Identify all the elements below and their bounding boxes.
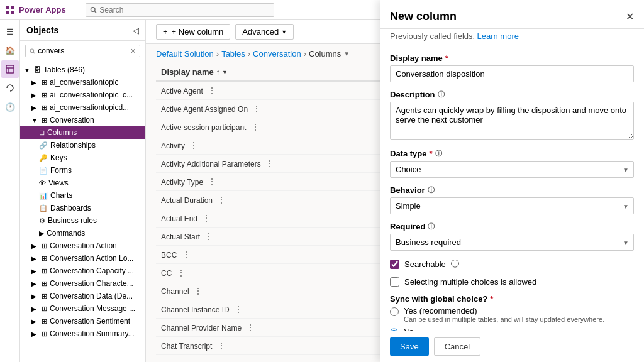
multiple-choices-label[interactable]: Selecting multiple choices is allowed <box>404 277 536 287</box>
svg-point-9 <box>30 49 33 52</box>
row-more-button[interactable]: ⋮ <box>214 341 228 351</box>
behavior-info-icon[interactable]: ⓘ <box>428 185 435 195</box>
sidebar-item-ai-convtopic[interactable]: ▶ ⊞ ai_conversationtopic <box>20 76 145 89</box>
sidebar-item-charts[interactable]: 📊 Charts <box>20 189 145 202</box>
sidebar-item-conv-action-lo[interactable]: ▶ ⊞ Conversation Action Lo... <box>20 252 145 265</box>
search-input[interactable] <box>99 6 270 14</box>
required-info-icon[interactable]: ⓘ <box>428 222 435 231</box>
required-select[interactable]: Optional Business recommended Business r… <box>390 234 634 251</box>
sidebar-item-ai-convtopic-c[interactable]: ▶ ⊞ ai_conversationtopic_c... <box>20 89 145 101</box>
sidebar-item-dashboards[interactable]: 📋 Dashboards <box>20 202 145 214</box>
sidebar-item-conversation[interactable]: ▼ ⊞ Conversation <box>20 114 145 126</box>
sidebar-item-conv-action[interactable]: ▶ ⊞ Conversation Action <box>20 239 145 252</box>
panel-body: Display name * Description ⓘ Agents can … <box>380 46 644 331</box>
sidebar-item-conv-summary[interactable]: ▶ ⊞ Conversation Summary... <box>20 327 145 340</box>
sync-yes-radio[interactable] <box>390 307 399 316</box>
table-icon: ⊞ <box>42 79 47 87</box>
yes-label[interactable]: Yes (recommended) <box>404 306 604 315</box>
searchable-label[interactable]: Searchable <box>404 260 446 269</box>
commands-icon: ▶ <box>39 229 44 238</box>
forms-icon: 📄 <box>39 167 48 175</box>
menu-toggle[interactable]: ☰ <box>1 23 19 40</box>
sidebar-label: Conversation Action <box>50 241 117 250</box>
breadcrumb-tables[interactable]: Tables <box>221 49 245 58</box>
behavior-select[interactable]: Simple Calculated Rollup <box>390 197 634 214</box>
table-icon: ⊞ <box>42 305 47 313</box>
sidebar-item-conv-data[interactable]: ▶ ⊞ Conversation Data (De... <box>20 290 145 302</box>
row-more-button[interactable]: ⋮ <box>199 213 213 223</box>
cancel-button[interactable]: Cancel <box>434 337 480 356</box>
row-more-button[interactable]: ⋮ <box>214 195 228 205</box>
row-more-button[interactable]: ⋮ <box>263 158 277 168</box>
left-nav: ☰ 🏠 🕐 <box>0 20 20 362</box>
save-button[interactable]: Save <box>390 337 429 356</box>
sidebar-item-business-rules[interactable]: ⚙ Business rules <box>20 214 145 227</box>
home-nav[interactable]: 🏠 <box>1 41 19 59</box>
data-type-required-marker: * <box>430 149 433 158</box>
row-more-button[interactable]: ⋮ <box>174 268 188 278</box>
row-more-button[interactable]: ⋮ <box>187 140 201 150</box>
sidebar-label-columns: Columns <box>47 128 77 137</box>
yes-radio-content: Yes (recommended) Can be used in multipl… <box>404 306 604 323</box>
columns-icon: ⊟ <box>39 129 45 137</box>
sidebar-item-ai-convtopicd[interactable]: ▶ ⊞ ai_conversationtopicd... <box>20 101 145 114</box>
sidebar-search-icon <box>30 48 35 55</box>
sidebar-item-conv-sentiment[interactable]: ▶ ⊞ Conversation Sentiment <box>20 315 145 327</box>
breadcrumb-conversation[interactable]: Conversation <box>253 49 301 58</box>
sidebar-item-forms[interactable]: 📄 Forms <box>20 164 145 177</box>
learn-more-link[interactable]: Learn more <box>477 31 518 41</box>
breadcrumb-columns: Columns <box>309 49 341 58</box>
row-more-button[interactable]: ⋮ <box>191 286 205 296</box>
expand-icon: ▶ <box>31 293 39 300</box>
sidebar-label: ai_conversationtopic_c... <box>50 90 133 99</box>
sidebar-item-keys[interactable]: 🔑 Keys <box>20 151 145 164</box>
data-nav[interactable] <box>1 60 19 78</box>
row-more-button[interactable]: ⋮ <box>250 104 264 114</box>
panel-subtitle: Previously called fields. Learn more <box>380 29 644 46</box>
searchable-info-icon[interactable]: ⓘ <box>451 258 459 270</box>
sidebar-label: ai_conversationtopicd... <box>50 103 129 112</box>
sidebar-search-clear[interactable]: ✕ <box>130 47 136 55</box>
global-search[interactable] <box>86 3 274 17</box>
row-more-button[interactable]: ⋮ <box>205 85 219 96</box>
description-input[interactable]: Agents can quickly wrap by filling the d… <box>390 102 634 140</box>
logic-nav[interactable] <box>1 79 19 97</box>
sidebar-label-business-rules: Business rules <box>48 216 97 225</box>
display-name-input[interactable] <box>390 65 634 82</box>
sidebar-item-views[interactable]: 👁 Views <box>20 177 145 189</box>
sidebar-search[interactable]: ✕ <box>25 45 140 57</box>
sidebar-item-conv-message[interactable]: ▶ ⊞ Conversation Message ... <box>20 302 145 315</box>
panel-close-button[interactable]: ✕ <box>626 20 634 23</box>
searchable-checkbox[interactable] <box>390 260 399 269</box>
sidebar-collapse-button[interactable]: ◁ <box>133 26 139 35</box>
sync-global-field: Sync with global choice? * Yes (recommen… <box>390 294 634 331</box>
multiple-choices-checkbox[interactable] <box>390 277 399 287</box>
new-column-button[interactable]: + + New column <box>156 24 230 40</box>
sidebar-item-relationships[interactable]: 🔗 Relationships <box>20 139 145 151</box>
data-type-info-icon[interactable]: ⓘ <box>435 149 442 158</box>
sidebar-item-commands[interactable]: ▶ Commands <box>20 227 145 239</box>
breadcrumb-default-solution[interactable]: Default Solution <box>156 49 214 58</box>
history-nav[interactable]: 🕐 <box>1 98 19 116</box>
row-more-button[interactable]: ⋮ <box>231 304 245 314</box>
expand-icon: ▶ <box>31 104 39 111</box>
row-more-button[interactable]: ⋮ <box>205 177 219 187</box>
row-more-button[interactable]: ⋮ <box>248 122 262 132</box>
description-info-icon[interactable]: ⓘ <box>438 90 445 99</box>
sidebar-item-conv-character[interactable]: ▶ ⊞ Conversation Characte... <box>20 277 145 290</box>
relationships-icon: 🔗 <box>39 141 48 150</box>
sidebar-item-tables[interactable]: ▼ 🗄 Tables (846) <box>20 63 145 76</box>
row-more-button[interactable]: ⋮ <box>243 322 257 332</box>
sidebar-item-columns[interactable]: ⊟ Columns <box>20 126 145 139</box>
row-more-button[interactable]: ⋮ <box>179 250 193 260</box>
breadcrumb-dropdown[interactable]: ▼ <box>343 50 350 57</box>
sidebar-item-conv-capacity[interactable]: ▶ ⊞ Conversation Capacity ... <box>20 265 145 277</box>
breadcrumb-sep-1: › <box>216 49 219 58</box>
data-type-select[interactable]: Choice Text Number Date Lookup <box>390 161 634 178</box>
sidebar-search-input[interactable] <box>38 47 128 55</box>
row-more-button[interactable]: ⋮ <box>202 231 216 241</box>
advanced-button[interactable]: Advanced ▼ <box>235 24 294 40</box>
sidebar-label-conversation: Conversation <box>50 116 94 124</box>
flow-icon <box>6 84 14 92</box>
sidebar-label-charts: Charts <box>50 191 72 200</box>
